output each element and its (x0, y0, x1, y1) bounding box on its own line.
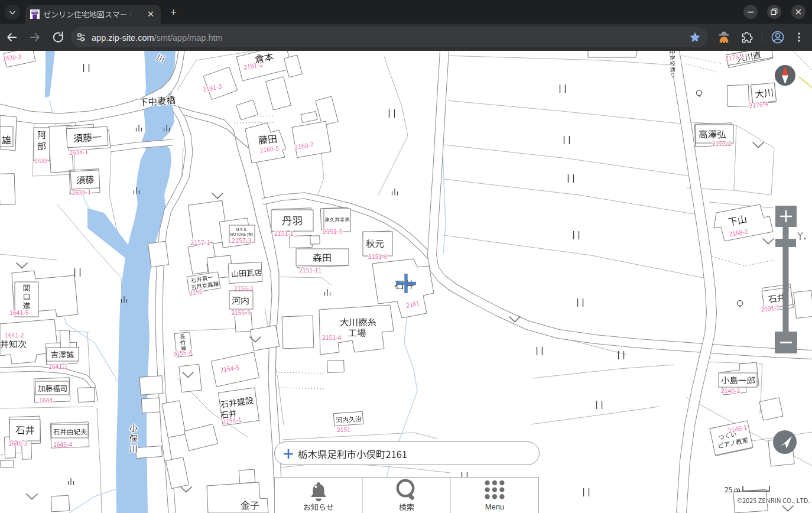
svg-text:app.zip-site.com/smt/app/map.h: app.zip-site.com/smt/app/map.htm (92, 33, 223, 43)
